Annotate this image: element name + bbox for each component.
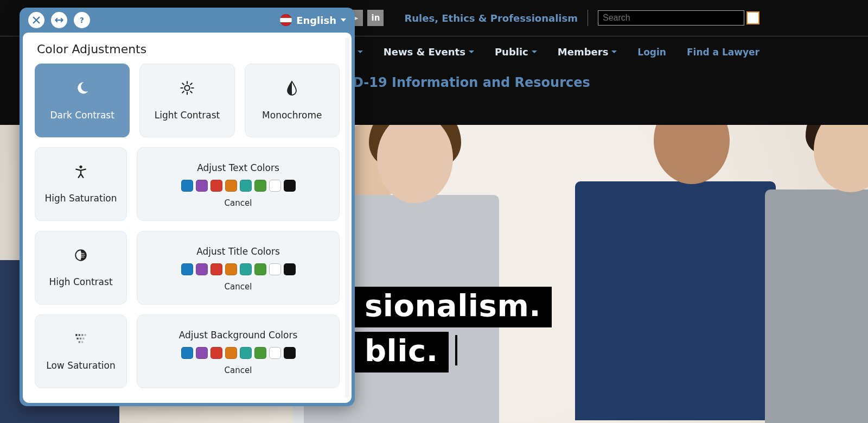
card-label: High Contrast [49, 276, 112, 287]
hero-line-2: blic. [354, 332, 449, 373]
sun-icon [180, 80, 195, 99]
nav-label: News & Events [384, 46, 465, 58]
color-swatch[interactable] [284, 347, 296, 359]
color-swatch[interactable] [181, 263, 193, 275]
rules-ethics-link[interactable]: Rules, Ethics & Professionalism [404, 12, 578, 24]
svg-rect-17 [79, 334, 80, 336]
swatch-row [181, 347, 296, 359]
svg-rect-16 [75, 334, 77, 336]
color-swatch[interactable] [284, 263, 296, 275]
moon-icon [75, 80, 90, 99]
cancel-button[interactable]: Cancel [225, 365, 252, 375]
color-panel-title: Adjust Title Colors [196, 246, 280, 257]
scrollbar[interactable] [345, 38, 349, 397]
color-swatch[interactable] [240, 180, 252, 192]
svg-line-9 [190, 83, 192, 85]
nav-public[interactable]: Public [495, 46, 537, 58]
help-icon: ? [77, 15, 87, 25]
move-button[interactable] [51, 12, 67, 28]
language-selector[interactable]: English [280, 14, 346, 26]
adjust-row: High SaturationAdjust Text ColorsCancel [35, 147, 340, 221]
color-swatch[interactable] [196, 180, 208, 192]
search-input[interactable] [598, 10, 744, 26]
svg-rect-19 [85, 334, 86, 336]
color-swatch[interactable] [254, 347, 266, 359]
nav-label: Members [558, 46, 609, 58]
divider [588, 10, 588, 26]
color-swatch[interactable] [225, 180, 237, 192]
svg-rect-18 [81, 334, 83, 336]
panel-header: ? English [20, 8, 355, 33]
fade-grid-icon [74, 332, 88, 349]
svg-point-1 [184, 85, 189, 90]
color-swatch[interactable] [181, 180, 193, 192]
svg-point-10 [79, 166, 82, 168]
color-swatch[interactable] [254, 180, 266, 192]
card-label: Dark Contrast [50, 110, 114, 121]
color-swatch[interactable] [254, 263, 266, 275]
color-swatch[interactable] [240, 263, 252, 275]
linkedin-icon[interactable]: in [367, 10, 384, 26]
svg-rect-21 [80, 338, 81, 339]
contrast-cards: Dark Contrast Light Contrast Monochrome [35, 64, 340, 137]
chevron-down-icon [341, 18, 346, 22]
cancel-button[interactable]: Cancel [225, 198, 252, 208]
panel-header-buttons: ? [28, 12, 90, 28]
color-swatch[interactable] [269, 180, 281, 192]
search-wrap [598, 10, 760, 26]
chevron-down-icon [469, 50, 474, 53]
swatch-row [181, 180, 296, 192]
swap-icon [54, 15, 64, 25]
nav-members[interactable]: Members [558, 46, 617, 58]
color-swatch[interactable] [269, 263, 281, 275]
color-panel-title: Adjust Text Colors [197, 162, 279, 173]
color-panel-adjust-title-colors: Adjust Title ColorsCancel [137, 231, 340, 305]
color-swatch[interactable] [210, 263, 222, 275]
color-swatch[interactable] [196, 263, 208, 275]
covid-banner-link[interactable]: D-19 Information and Resources [353, 75, 590, 90]
color-panel-adjust-text-colors: Adjust Text ColorsCancel [137, 147, 340, 221]
svg-line-7 [190, 91, 192, 93]
color-swatch[interactable] [196, 347, 208, 359]
svg-line-8 [182, 91, 184, 93]
svg-rect-20 [76, 338, 78, 339]
svg-rect-24 [81, 341, 83, 343]
card-low-saturation[interactable]: Low Saturation [35, 314, 127, 388]
color-swatch[interactable] [240, 347, 252, 359]
flag-icon [280, 14, 292, 26]
nav-news-events[interactable]: News & Events [384, 46, 474, 58]
half-circle-icon [74, 248, 88, 266]
chevron-down-icon [532, 50, 537, 53]
color-swatch[interactable] [210, 347, 222, 359]
nav-find-a-lawyer[interactable]: Find a Lawyer [687, 47, 760, 58]
adjust-row: High ContrastAdjust Title ColorsCancel [35, 231, 340, 305]
svg-line-6 [182, 83, 184, 85]
color-swatch[interactable] [181, 347, 193, 359]
search-button[interactable] [746, 11, 760, 24]
color-swatch[interactable] [284, 180, 296, 192]
card-high-contrast[interactable]: High Contrast [35, 231, 127, 305]
color-swatch[interactable] [269, 347, 281, 359]
close-icon [31, 15, 41, 25]
card-label: Light Contrast [155, 110, 220, 121]
card-label: High Saturation [44, 193, 117, 204]
color-swatch[interactable] [225, 347, 237, 359]
cancel-button[interactable]: Cancel [225, 282, 252, 292]
swatch-row [181, 263, 296, 275]
nav-login[interactable]: Login [637, 47, 666, 58]
svg-text:?: ? [80, 16, 84, 24]
hero-text: sionalism. blic. [354, 287, 552, 377]
color-swatch[interactable] [225, 263, 237, 275]
card-dark-contrast[interactable]: Dark Contrast [35, 64, 130, 137]
card-label: Monochrome [262, 110, 322, 121]
close-button[interactable] [28, 12, 44, 28]
card-monochrome[interactable]: Monochrome [245, 64, 340, 137]
card-label: Low Saturation [46, 360, 116, 371]
card-high-saturation[interactable]: High Saturation [35, 147, 127, 221]
card-light-contrast[interactable]: Light Contrast [139, 64, 234, 137]
help-button[interactable]: ? [74, 12, 90, 28]
color-panel-title: Adjust Background Colors [179, 330, 298, 340]
color-swatch[interactable] [210, 180, 222, 192]
chevron-down-icon [358, 50, 363, 53]
svg-rect-23 [79, 341, 80, 343]
